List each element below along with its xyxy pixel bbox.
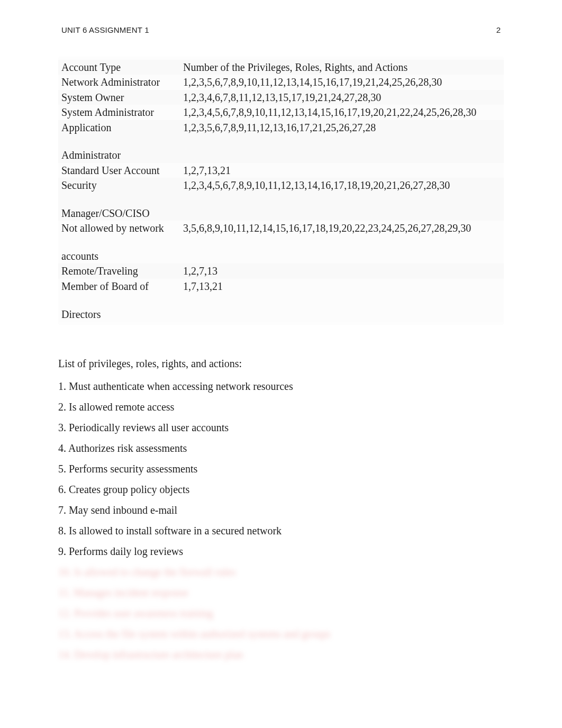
list-heading: List of privileges, roles, rights, and a… bbox=[58, 358, 504, 370]
page-number: 2 bbox=[496, 25, 501, 34]
table-row: Application Administrator1,2,3,5,6,7,8,9… bbox=[58, 120, 504, 163]
table-row: Account TypeNumber of the Privileges, Ro… bbox=[58, 60, 504, 75]
list-item: 8. Is allowed to install software in a s… bbox=[58, 525, 504, 537]
list-item: 7. May send inbound e-mail bbox=[58, 504, 504, 516]
privileges-cell: 1,2,3,4,6,7,8,11,12,13,15,17,19,21,24,27… bbox=[180, 90, 504, 105]
blurred-list-item: 10. Is allowed to change the firewall ru… bbox=[58, 566, 504, 578]
table-row: Network Administrator1,2,3,5,6,7,8,9,10,… bbox=[58, 75, 504, 89]
blurred-list-item: 11. Manages incident response bbox=[58, 587, 504, 599]
blurred-list-item: 13. Access the file system within author… bbox=[58, 628, 504, 640]
table-row: Standard User Account1,2,7,13,21 bbox=[58, 163, 504, 178]
privileges-cell: 1,2,7,13 bbox=[180, 263, 504, 278]
list-item: 9. Performs daily log reviews bbox=[58, 545, 504, 558]
list-item: 4. Authorizes risk assessments bbox=[58, 442, 504, 454]
account-type-cell: Member of Board of Directors bbox=[58, 279, 180, 322]
privileges-cell: 1,7,13,21 bbox=[180, 279, 504, 322]
account-type-cell: Remote/Traveling bbox=[58, 263, 180, 278]
table-row: Member of Board of Directors1,7,13,21 bbox=[58, 279, 504, 322]
privileges-list: 1. Must authenticate when accessing netw… bbox=[58, 380, 504, 558]
account-type-cell: Security Manager/CSO/CISO bbox=[58, 178, 180, 221]
table-row: Security Manager/CSO/CISO1,2,3,4,5,6,7,8… bbox=[58, 178, 504, 221]
privileges-cell: 1,2,3,4,5,6,7,8,9,10,11,12,13,14,16,17,1… bbox=[180, 178, 504, 221]
blurred-list-item: 12. Provides user awareness training bbox=[58, 607, 504, 620]
account-type-cell: Network Administrator bbox=[58, 75, 180, 89]
account-type-cell: System Administrator bbox=[58, 105, 180, 120]
account-type-cell: Application Administrator bbox=[58, 120, 180, 163]
blurred-list-item: 14. Develop infrastructure architecture … bbox=[58, 649, 504, 661]
list-item: 6. Creates group policy objects bbox=[58, 484, 504, 496]
running-header: UNIT 6 ASSIGNMENT 1 2 bbox=[58, 25, 504, 34]
list-item: 5. Performs security assessments bbox=[58, 463, 504, 475]
account-type-cell: Standard User Account bbox=[58, 163, 180, 178]
account-type-cell: Not allowed by network accounts bbox=[58, 221, 180, 263]
privileges-table-container: Account TypeNumber of the Privileges, Ro… bbox=[58, 57, 504, 325]
blurred-privileges-list: 10. Is allowed to change the firewall ru… bbox=[58, 566, 504, 661]
privileges-cell: 1,2,3,4,5,6,7,8,9,10,11,12,13,14,15,16,1… bbox=[180, 105, 504, 120]
privileges-cell: 1,2,7,13,21 bbox=[180, 163, 504, 178]
privileges-table: Account TypeNumber of the Privileges, Ro… bbox=[58, 60, 504, 322]
list-item: 2. Is allowed remote access bbox=[58, 401, 504, 413]
table-row: System Owner1,2,3,4,6,7,8,11,12,13,15,17… bbox=[58, 90, 504, 105]
account-type-cell: Account Type bbox=[58, 60, 180, 75]
account-type-cell: System Owner bbox=[58, 90, 180, 105]
list-item: 3. Periodically reviews all user account… bbox=[58, 422, 504, 434]
document-page: UNIT 6 ASSIGNMENT 1 2 Account TypeNumber… bbox=[0, 0, 562, 690]
privileges-cell: 1,2,3,5,6,7,8,9,10,11,12,13,14,15,16,17,… bbox=[180, 75, 504, 89]
list-item: 1. Must authenticate when accessing netw… bbox=[58, 380, 504, 393]
privileges-cell: Number of the Privileges, Roles, Rights,… bbox=[180, 60, 504, 75]
table-row: System Administrator1,2,3,4,5,6,7,8,9,10… bbox=[58, 105, 504, 120]
privileges-cell: 3,5,6,8,9,10,11,12,14,15,16,17,18,19,20,… bbox=[180, 221, 504, 263]
table-row: Remote/Traveling1,2,7,13 bbox=[58, 263, 504, 278]
table-row: Not allowed by network accounts3,5,6,8,9… bbox=[58, 221, 504, 263]
privileges-cell: 1,2,3,5,6,7,8,9,11,12,13,16,17,21,25,26,… bbox=[180, 120, 504, 163]
header-title: UNIT 6 ASSIGNMENT 1 bbox=[61, 25, 149, 34]
